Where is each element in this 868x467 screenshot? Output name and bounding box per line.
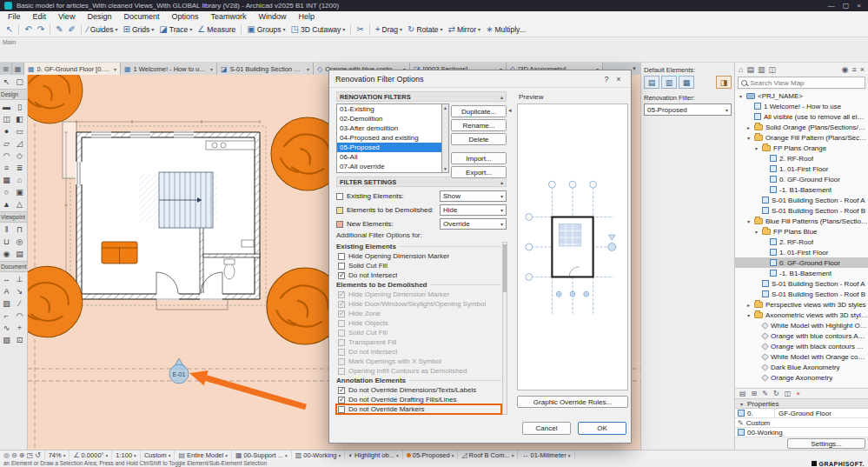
zoom-out-icon[interactable]: ⊖	[11, 451, 17, 459]
checkbox-icon[interactable]	[338, 253, 345, 260]
document-tab[interactable]: ◪S-01 Building Section Roof A [...▾	[217, 63, 314, 75]
view-map-item[interactable]: S-01 Building Section - Roof A	[735, 278, 868, 289]
tool-mesh[interactable]: ▲	[0, 198, 13, 210]
checkbox-icon[interactable]	[338, 320, 345, 327]
clone-folder-icon[interactable]: ⊞	[752, 390, 758, 397]
expander-icon[interactable]: ▸	[745, 302, 752, 308]
building-plan[interactable]	[63, 120, 260, 310]
publisher-icon[interactable]: ◫	[768, 65, 776, 74]
tool-polyline[interactable]: ⌐	[0, 310, 13, 322]
groups-button[interactable]: ▣Groups▾	[244, 23, 288, 36]
renovation-filter-item[interactable]: 03-After demolition	[337, 123, 441, 133]
statusbar-zoom-level[interactable]: 74%▾	[45, 450, 70, 460]
checkbox-icon[interactable]	[338, 330, 345, 337]
cutaway-button[interactable]: ◳3D Cutaway▾	[288, 23, 348, 36]
tool-hotspot[interactable]: +	[13, 322, 26, 334]
view-map-item[interactable]: Orange Axonometry	[735, 372, 868, 383]
fit-in-window-icon[interactable]: ◳	[26, 451, 33, 459]
filter-option-row[interactable]: Solid Cut Fill	[336, 261, 501, 270]
view-map-item[interactable]: 1 Welcome! - How to use	[735, 101, 868, 111]
maximize-button[interactable]: ▢	[843, 2, 850, 10]
renovation-filter-item[interactable]: 01-Existing	[337, 104, 441, 114]
view-map-item[interactable]: -1. B1-Basement	[735, 184, 868, 195]
filter-option-row[interactable]: Do not Override Markers	[336, 404, 501, 414]
statusbar-dimension-style[interactable]: ↔01-Milimeter▾	[518, 450, 574, 460]
renovation-filter-item[interactable]: 07-All override	[337, 162, 441, 171]
close-panel-icon[interactable]: ×	[860, 65, 865, 74]
renovation-filters-header[interactable]: RENOVATION FILTERS ▴	[336, 91, 507, 102]
expander-icon[interactable]: ▾	[745, 312, 752, 318]
view-map-item[interactable]: 0. GF-Ground Floor	[735, 257, 868, 268]
drag-button[interactable]: +Drag▾	[373, 23, 405, 36]
window-titlebar[interactable]: Basic model for articles_With cleaned Vi…	[0, 0, 868, 11]
rename-button[interactable]: Rename...	[451, 119, 507, 131]
expander-icon[interactable]: ▸	[745, 124, 752, 130]
view-map-item[interactable]: ▾FP Plans Blue	[735, 226, 868, 237]
sofa[interactable]	[102, 242, 137, 264]
tool-dimension[interactable]: ↔	[0, 273, 13, 285]
update-view-icon[interactable]: ↻	[773, 390, 779, 397]
menu-item-help[interactable]: Help	[293, 11, 321, 22]
edit-view-icon[interactable]: ✎	[762, 390, 768, 397]
view-map-item[interactable]: 1. 01-First Floor	[735, 163, 868, 174]
tool-level-dimension[interactable]: ⊥	[13, 273, 26, 285]
view-map-item[interactable]: ▾Blue Fill Patterns (Plans/Sections/Elev…	[735, 216, 868, 226]
tool-shell[interactable]: ◠	[0, 150, 13, 162]
checkbox-icon[interactable]	[338, 272, 345, 279]
renovation-filter-item[interactable]: 05-Proposed	[337, 143, 441, 152]
rotate-button[interactable]: ↻Rotate▾	[405, 23, 445, 36]
tool-camera[interactable]: ◎	[13, 236, 26, 248]
undo-button[interactable]: ↶	[22, 23, 34, 36]
tab-organizer-icon[interactable]: ⊞	[0, 63, 12, 75]
statusbar-orientation[interactable]: ∠0.0000°▾	[70, 450, 112, 460]
renovation-options-icon[interactable]: ◨	[716, 76, 732, 89]
checkbox-icon[interactable]	[338, 358, 345, 365]
document-tab[interactable]: ▦1 Welcome! - How to use [1 W...▾	[121, 63, 217, 75]
renovation-filter-dropdown[interactable]: 05-Proposed	[644, 103, 732, 116]
tool-lamp[interactable]: ○	[0, 186, 13, 198]
checkbox-icon[interactable]	[338, 263, 345, 270]
filter-option-row[interactable]: Hide Opening Dimension Marker	[336, 251, 501, 261]
renovation-filter-item[interactable]: 06-All	[337, 152, 441, 162]
tool-stair[interactable]: ≡	[0, 162, 13, 174]
default-demolished-icon[interactable]: ▥	[661, 76, 677, 89]
tool-interior-elevation[interactable]: ⊔	[0, 236, 13, 248]
tool-door[interactable]: ▯	[13, 101, 26, 113]
filter-option-row[interactable]: Mark Openings with X Symbol	[336, 357, 501, 366]
options-icon[interactable]: ≡	[851, 65, 856, 74]
tool-fill[interactable]: ▨	[0, 297, 13, 310]
view-map-item[interactable]: -1. B1-Basement	[735, 268, 868, 278]
stair[interactable]	[159, 172, 213, 228]
mirror-button[interactable]: ⇄Mirror▾	[446, 23, 484, 36]
tool-text[interactable]: A	[0, 285, 13, 297]
grids-button[interactable]: ⊞Grids▾	[121, 23, 157, 36]
duplicate-button[interactable]: Duplicate...	[451, 105, 507, 117]
arrow-cursor-button[interactable]: ↖	[3, 23, 16, 36]
filter-option-row[interactable]: Do not Override Drafting Fills/Lines	[336, 395, 501, 404]
toolbox-section-document[interactable]: Document	[0, 261, 27, 272]
view-map-item[interactable]: 0. GF-Ground Floor	[735, 174, 868, 184]
tool-roof[interactable]: ◿	[13, 137, 26, 150]
filter-option-row[interactable]: Do not Intersect	[336, 347, 501, 357]
toolbox-section-design[interactable]: Design	[0, 89, 27, 100]
trace-button[interactable]: ◪Trace▾	[156, 23, 195, 36]
view-map-item[interactable]: 2. RF-Roof	[735, 153, 868, 163]
search-box[interactable]	[738, 77, 865, 89]
view-map-item[interactable]: 1. 01-First Floor	[735, 247, 868, 257]
checkbox-icon[interactable]	[338, 291, 345, 298]
view-map-item[interactable]: 2. RF-Roof	[735, 237, 868, 247]
delete-icon[interactable]: ×	[796, 390, 800, 397]
statusbar-pen-set[interactable]: Custom▾	[141, 450, 176, 460]
menu-item-document[interactable]: Document	[117, 11, 165, 22]
scroll-up-icon[interactable]: ▲	[443, 105, 447, 110]
menu-item-window[interactable]: Window	[252, 11, 292, 22]
checkbox-icon[interactable]	[338, 387, 345, 394]
view-map-icon[interactable]: ▤	[746, 65, 754, 74]
menu-item-design[interactable]: Design	[81, 11, 117, 22]
minimize-button[interactable]: —	[828, 2, 835, 10]
tool-corner-window[interactable]: ◧	[13, 113, 26, 125]
property-row[interactable]: 00-Working	[735, 428, 868, 437]
menu-item-teamwork[interactable]: Teamwork	[204, 11, 252, 22]
view-map-item[interactable]: ▾Axonometric views with 3D styles	[735, 310, 868, 320]
guides-button[interactable]: ∕Guides▾	[84, 23, 121, 36]
